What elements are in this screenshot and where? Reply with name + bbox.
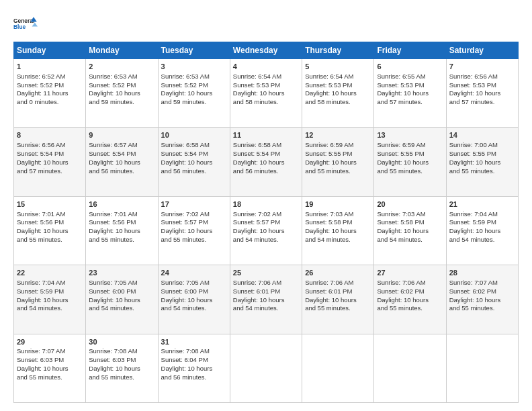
day-info: Sunrise: 6:58 AM — [161, 141, 227, 150]
day-info: Daylight: 10 hours — [449, 296, 515, 305]
day-header-saturday: Saturday — [446, 42, 518, 59]
day-info: Sunrise: 7:06 AM — [233, 279, 299, 287]
calendar-cell — [302, 334, 374, 402]
day-info: and 55 minutes. — [17, 373, 83, 382]
calendar-cell: 11Sunrise: 6:58 AMSunset: 5:54 PMDayligh… — [230, 128, 302, 196]
day-info: Daylight: 10 hours — [305, 296, 371, 305]
calendar-week-row: 29Sunrise: 7:07 AMSunset: 6:03 PMDayligh… — [14, 334, 519, 402]
day-info: Sunset: 5:52 PM — [17, 81, 83, 90]
day-info: Sunset: 5:56 PM — [89, 218, 154, 227]
day-info: Daylight: 11 hours — [17, 89, 83, 98]
day-info: Daylight: 10 hours — [161, 296, 227, 305]
calendar-cell: 27Sunrise: 7:06 AMSunset: 6:02 PMDayligh… — [374, 265, 446, 334]
day-info: and 54 minutes. — [17, 304, 83, 313]
calendar-cell: 10Sunrise: 6:58 AMSunset: 5:54 PMDayligh… — [158, 128, 230, 196]
calendar-cell: 24Sunrise: 7:05 AMSunset: 6:00 PMDayligh… — [158, 265, 230, 334]
day-number: 12 — [305, 130, 371, 140]
day-number: 31 — [161, 337, 227, 347]
day-info: and 55 minutes. — [449, 167, 515, 176]
day-number: 21 — [449, 199, 515, 210]
day-number: 19 — [305, 199, 371, 210]
svg-text:Blue: Blue — [13, 24, 26, 30]
day-number: 4 — [233, 62, 299, 72]
day-number: 17 — [161, 199, 227, 210]
calendar-cell: 21Sunrise: 7:04 AMSunset: 5:59 PMDayligh… — [446, 196, 518, 265]
day-info: Sunrise: 7:03 AM — [305, 210, 371, 219]
calendar-cell: 28Sunrise: 7:07 AMSunset: 6:02 PMDayligh… — [446, 265, 518, 334]
day-info: Sunset: 5:52 PM — [89, 81, 154, 90]
day-info: Sunrise: 6:55 AM — [377, 73, 443, 81]
day-info: and 54 minutes. — [89, 304, 154, 313]
calendar-cell: 16Sunrise: 7:01 AMSunset: 5:56 PMDayligh… — [86, 196, 158, 265]
day-info: Daylight: 10 hours — [161, 158, 227, 167]
calendar-cell: 6Sunrise: 6:55 AMSunset: 5:53 PMDaylight… — [374, 59, 446, 128]
day-header-thursday: Thursday — [302, 42, 374, 59]
day-info: Daylight: 10 hours — [449, 89, 515, 98]
day-info: and 54 minutes. — [449, 236, 515, 244]
calendar-cell: 29Sunrise: 7:07 AMSunset: 6:03 PMDayligh… — [14, 334, 86, 402]
day-info: Sunset: 5:54 PM — [17, 150, 83, 158]
day-info: Sunrise: 6:54 AM — [233, 73, 299, 81]
calendar-table: SundayMondayTuesdayWednesdayThursdayFrid… — [13, 42, 519, 403]
day-info: Sunset: 5:53 PM — [449, 81, 515, 90]
day-info: Sunrise: 7:05 AM — [89, 279, 154, 287]
day-info: Daylight: 10 hours — [161, 89, 227, 98]
day-number: 25 — [233, 268, 299, 278]
day-number: 6 — [377, 62, 443, 72]
calendar-cell: 13Sunrise: 6:59 AMSunset: 5:55 PMDayligh… — [374, 128, 446, 196]
day-number: 29 — [17, 337, 83, 347]
calendar-cell: 1Sunrise: 6:52 AMSunset: 5:52 PMDaylight… — [14, 59, 86, 128]
day-info: Daylight: 10 hours — [17, 158, 83, 167]
day-info: Daylight: 10 hours — [233, 296, 299, 305]
day-info: Sunset: 6:02 PM — [449, 287, 515, 296]
calendar-cell: 25Sunrise: 7:06 AMSunset: 6:01 PMDayligh… — [230, 265, 302, 334]
day-info: Sunset: 5:59 PM — [449, 218, 515, 227]
day-info: and 57 minutes. — [377, 98, 443, 107]
calendar-cell — [446, 334, 518, 402]
day-info: Sunset: 6:00 PM — [89, 287, 154, 296]
day-number: 10 — [161, 130, 227, 140]
day-info: Daylight: 10 hours — [449, 227, 515, 236]
day-info: Sunset: 6:02 PM — [377, 287, 443, 296]
day-info: Sunrise: 6:58 AM — [233, 141, 299, 150]
day-info: and 55 minutes. — [89, 373, 154, 382]
day-info: and 58 minutes. — [233, 98, 299, 107]
logo: General Blue — [13, 12, 38, 36]
calendar-cell: 20Sunrise: 7:03 AMSunset: 5:58 PMDayligh… — [374, 196, 446, 265]
day-header-monday: Monday — [86, 42, 158, 59]
calendar-week-row: 22Sunrise: 7:04 AMSunset: 5:59 PMDayligh… — [14, 265, 519, 334]
day-info: Sunrise: 6:59 AM — [305, 141, 371, 150]
day-info: Sunrise: 6:54 AM — [305, 73, 371, 81]
calendar-cell: 4Sunrise: 6:54 AMSunset: 5:53 PMDaylight… — [230, 59, 302, 128]
day-info: Sunrise: 7:03 AM — [377, 210, 443, 219]
day-info: and 57 minutes. — [17, 167, 83, 176]
day-info: Sunrise: 6:53 AM — [161, 73, 227, 81]
day-info: Daylight: 10 hours — [17, 227, 83, 236]
calendar-cell: 7Sunrise: 6:56 AMSunset: 5:53 PMDaylight… — [446, 59, 518, 128]
day-info: Sunrise: 7:01 AM — [17, 210, 83, 219]
day-number: 30 — [89, 337, 154, 347]
calendar-cell: 31Sunrise: 7:08 AMSunset: 6:04 PMDayligh… — [158, 334, 230, 402]
day-number: 11 — [233, 130, 299, 140]
day-number: 15 — [17, 199, 83, 210]
day-header-tuesday: Tuesday — [158, 42, 230, 59]
day-info: Daylight: 10 hours — [161, 365, 227, 373]
day-info: and 55 minutes. — [305, 167, 371, 176]
day-info: Sunset: 6:00 PM — [161, 287, 227, 296]
day-info: and 56 minutes. — [161, 167, 227, 176]
day-info: Sunset: 5:53 PM — [377, 81, 443, 90]
day-info: Sunrise: 7:05 AM — [161, 279, 227, 287]
day-info: and 54 minutes. — [233, 236, 299, 244]
day-info: and 55 minutes. — [161, 236, 227, 244]
day-info: Sunset: 5:56 PM — [17, 218, 83, 227]
day-number: 5 — [305, 62, 371, 72]
day-info: Sunset: 5:58 PM — [377, 218, 443, 227]
calendar-cell: 2Sunrise: 6:53 AMSunset: 5:52 PMDaylight… — [86, 59, 158, 128]
day-info: Sunset: 5:55 PM — [305, 150, 371, 158]
calendar-cell: 3Sunrise: 6:53 AMSunset: 5:52 PMDaylight… — [158, 59, 230, 128]
day-info: Daylight: 10 hours — [89, 227, 154, 236]
calendar-cell — [230, 334, 302, 402]
calendar-cell: 22Sunrise: 7:04 AMSunset: 5:59 PMDayligh… — [14, 265, 86, 334]
day-number: 3 — [161, 62, 227, 72]
day-info: Sunrise: 6:56 AM — [449, 73, 515, 81]
